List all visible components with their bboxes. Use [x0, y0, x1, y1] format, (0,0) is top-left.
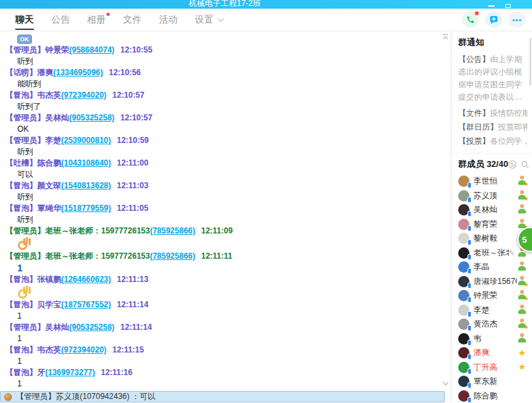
member-row[interactable]: 李世恒★: [458, 174, 527, 189]
admin-star-icon: ★: [518, 362, 526, 372]
sender-uin-link[interactable]: (958684074): [69, 45, 114, 55]
sender-uin-link[interactable]: (905325258): [69, 323, 114, 332]
chat-message: 【管理员】吴林灿(905325258)12:11:141: [5, 322, 442, 344]
chat-area: OK【管理员】钟景荣(958684074)12:10:55听到【话唠】潘爽(13…: [0, 31, 452, 402]
announcement-item[interactable]: 【公告】由上学期选出的评议小组根据申请贫困生同学提交的申请表以及提交的佐证材料，…: [458, 53, 527, 104]
message-content: 听到: [5, 214, 442, 225]
member-row[interactable]: 潘爽★: [458, 346, 527, 360]
tab-文件[interactable]: 文件: [123, 9, 142, 31]
notice-item[interactable]: 【文件】疫情防控期间线...: [458, 106, 527, 120]
floating-badge-label: 5: [522, 235, 527, 245]
notice-items: 【文件】疫情防控期间线...【群日历】投票即将截止...【投票】各位同学，因疫.…: [458, 106, 527, 148]
maximize-button[interactable]: [505, 4, 511, 8]
edit-name-icon[interactable]: ✎: [509, 249, 515, 257]
scroll-to-top-icon[interactable]: [442, 33, 449, 43]
message-header: 【吐槽】陈合鹏(1043108640)12:11:00: [5, 158, 442, 169]
chevron-down-icon: [217, 15, 224, 22]
sender-name: 【冒泡】牙: [5, 368, 45, 377]
member-avatar: [458, 176, 469, 187]
sender-name: 【冒泡】韦杰英: [5, 345, 61, 354]
message-content: 1: [5, 333, 442, 344]
message-header: 【管理员】吴林灿(905325258)12:11:14: [5, 322, 442, 333]
member-row[interactable]: 吴林灿: [458, 203, 527, 217]
sender-uin-link[interactable]: (1369973277): [45, 368, 95, 377]
mobile-online-badge: [467, 297, 471, 303]
member-name: 李楚: [473, 305, 517, 316]
more-icon[interactable]: •••: [509, 11, 525, 28]
chat-message: 【吐槽】陈合鹏(1043108640)12:11:00可以: [5, 158, 442, 180]
notice-item-text: 疫情防控期间线...: [490, 108, 527, 118]
member-row[interactable]: 苏义顶★: [458, 189, 527, 203]
member-avatar: [458, 347, 469, 358]
member-row[interactable]: 陈合鹏: [458, 389, 527, 403]
sidebar-divider: [452, 153, 531, 154]
tab-聊天[interactable]: 聊天: [15, 9, 34, 31]
sender-uin-link[interactable]: (1875767552): [61, 300, 111, 309]
member-avatar: [458, 376, 469, 387]
ok-emoji: OK: [17, 35, 32, 44]
sender-uin-link[interactable]: (972394020): [61, 90, 106, 100]
member-row[interactable]: 唐淑珍15676748★: [458, 275, 527, 289]
phone-call-icon[interactable]: [462, 11, 479, 28]
new-message-preview[interactable]: 【管理员】苏义顶(1070942436) ：可以: [0, 391, 445, 402]
notice-item[interactable]: 【群日历】投票即将截止...: [458, 120, 527, 134]
sender-uin-link[interactable]: (785925866): [150, 251, 195, 261]
notice-item-label: 【投票】: [458, 136, 490, 146]
member-row[interactable]: 丁升高★: [458, 360, 527, 375]
preview-text: 【管理员】苏义顶(1070942436) ：可以: [16, 391, 156, 402]
sender-uin-link[interactable]: (1540813628): [61, 181, 111, 190]
sender-uin-link[interactable]: (905325258): [69, 113, 114, 122]
notice-item-text: 各位同学，因疫...: [490, 136, 527, 146]
sender-uin-link[interactable]: (1043108640): [61, 158, 111, 168]
notice-item[interactable]: 【投票】各位同学，因疫...: [458, 134, 527, 148]
tab-公告[interactable]: 公告: [51, 9, 70, 31]
member-level-person-icon: [518, 261, 527, 271]
message-plus-icon[interactable]: [485, 11, 502, 28]
member-level-person-icon: [518, 333, 527, 342]
member-list[interactable]: 李世恒★苏义顶★吴林灿黎育荣★黎树毅老班～张老✎李晶唐淑珍15676748★钟景…: [458, 174, 527, 402]
member-row[interactable]: 李晶: [458, 260, 527, 275]
chat-message: 【冒泡】牙(1369973277)12:11:161: [5, 367, 442, 390]
message-content: 听到: [5, 56, 442, 67]
member-row[interactable]: 李楚: [458, 303, 527, 318]
sender-uin-link[interactable]: (1334695096): [53, 68, 103, 77]
sender-name: 【管理员】老班～张老师：15977726153: [5, 226, 150, 235]
sidebar-scrollbar[interactable]: [529, 38, 531, 86]
member-row[interactable]: 老班～张老✎: [458, 246, 527, 261]
member-role-badge: ★: [517, 348, 527, 358]
message-header: 【冒泡】韦杰英(972394020)12:10:57: [5, 90, 442, 101]
sender-uin-link[interactable]: (1264660623): [61, 275, 111, 284]
message-list[interactable]: OK【管理员】钟景荣(958684074)12:10:55听到【话唠】潘爽(13…: [0, 31, 451, 402]
message-header: 【冒泡】贝学宝(1875767552)12:11:14: [5, 299, 442, 311]
minimize-button[interactable]: [488, 5, 495, 7]
tab-设置[interactable]: 设置: [195, 9, 222, 31]
tab-活动[interactable]: 活动: [159, 9, 178, 31]
member-row[interactable]: 钟景荣★: [458, 289, 527, 303]
message-time: 12:10:55: [120, 45, 152, 55]
tab-相册[interactable]: 相册: [87, 9, 106, 31]
member-row[interactable]: 黎育荣★: [458, 217, 527, 232]
tab-label: 相册: [87, 14, 106, 26]
message-time: 12:11:13: [117, 275, 148, 284]
search-member-icon[interactable]: [521, 160, 529, 169]
member-level-person-icon: [518, 305, 527, 314]
sender-name: 【冒泡】贝学宝: [5, 300, 61, 309]
scroll-to-bottom-icon[interactable]: [442, 379, 449, 388]
preview-avatar: [4, 393, 12, 401]
tab-bar: 聊天公告相册文件活动设置 •••: [0, 9, 532, 31]
member-row[interactable]: 覃东新: [458, 374, 527, 389]
chat-message: 【话唠】潘爽(1334695096)12:10:56能听到: [5, 67, 442, 90]
chat-message: 【管理员】吴林灿(905325258)12:10:57OK: [5, 112, 442, 135]
admin-star-icon: ★: [523, 295, 529, 302]
notice-item-label: 【文件】: [458, 108, 490, 118]
sender-uin-link[interactable]: (972394020): [61, 345, 106, 354]
sender-name: 【冒泡】张镇鹏: [5, 275, 61, 284]
member-name: 钟景荣: [473, 290, 517, 301]
sender-uin-link[interactable]: (2539000810): [61, 136, 111, 145]
member-role-badge: ★: [517, 190, 527, 202]
member-row[interactable]: 黄浩杰★: [458, 317, 527, 332]
sender-uin-link[interactable]: (1518779559): [61, 203, 111, 213]
invite-member-icon[interactable]: [508, 160, 517, 169]
sender-uin-link[interactable]: (785925866): [150, 226, 195, 235]
member-row[interactable]: 韦: [458, 332, 527, 346]
